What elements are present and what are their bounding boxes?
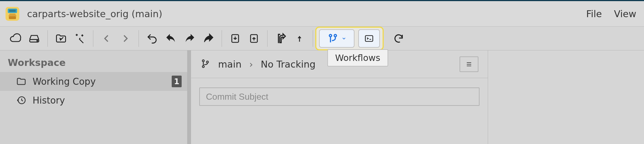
sidebar-item-label: Working Copy <box>33 76 96 87</box>
undo-icon[interactable] <box>143 30 161 47</box>
folder-icon <box>15 76 27 87</box>
open-icon[interactable] <box>52 30 70 47</box>
history-icon <box>15 95 27 106</box>
stash-up-icon[interactable] <box>245 30 263 47</box>
right-panel <box>488 50 644 144</box>
svg-rect-10 <box>365 35 373 41</box>
tooltip: Workflows <box>327 49 388 66</box>
stash-down-icon[interactable] <box>226 30 245 47</box>
sidebar: Workspace Working Copy 1 History <box>0 50 191 144</box>
sparkle-icon[interactable] <box>70 30 89 47</box>
redo-icon[interactable] <box>199 30 218 47</box>
content: Workspace Working Copy 1 History main › … <box>0 50 644 144</box>
svg-point-12 <box>202 60 204 62</box>
commit-subject-input[interactable] <box>199 88 479 106</box>
commit-row <box>191 78 488 115</box>
sidebar-item-history[interactable]: History <box>0 91 187 110</box>
undo-filled-icon[interactable] <box>161 30 180 47</box>
merge-icon[interactable] <box>271 30 290 47</box>
svg-point-5 <box>37 40 38 41</box>
redo-filled-icon[interactable] <box>180 30 199 47</box>
sidebar-item-label: History <box>33 95 65 106</box>
menu-view[interactable]: View <box>614 8 636 19</box>
menu-file[interactable]: File <box>586 8 602 19</box>
chevron-down-icon <box>341 36 346 41</box>
hamburger-button[interactable] <box>460 56 478 72</box>
sidebar-header: Workspace <box>0 50 187 72</box>
back-icon[interactable] <box>97 30 116 47</box>
svg-point-13 <box>202 66 204 68</box>
workflows-button[interactable] <box>319 29 354 48</box>
sidebar-item-working-copy[interactable]: Working Copy 1 <box>0 72 187 91</box>
tracking-label[interactable]: No Tracking <box>261 59 316 70</box>
app-title: carparts-website_orig (main) <box>27 8 162 19</box>
terminal-button[interactable] <box>358 29 380 48</box>
branch-icon <box>200 58 210 70</box>
local-drive-icon[interactable] <box>25 30 44 47</box>
refresh-icon[interactable] <box>389 30 408 47</box>
app-icon <box>6 7 19 21</box>
forward-icon[interactable] <box>116 30 135 47</box>
svg-point-9 <box>334 34 336 37</box>
arrow-up-dotted-icon[interactable] <box>290 30 309 47</box>
badge: 1 <box>172 76 182 87</box>
svg-point-14 <box>206 61 208 63</box>
svg-rect-3 <box>9 16 16 19</box>
branch-name[interactable]: main <box>218 59 242 70</box>
menu-bar: File View <box>586 8 638 19</box>
chevron-right-icon: › <box>249 59 253 70</box>
titlebar: carparts-website_orig (main) File View <box>0 1 644 27</box>
svg-rect-2 <box>9 10 16 12</box>
highlighted-group: Workflows <box>315 27 384 50</box>
svg-point-8 <box>329 34 332 37</box>
toolbar: Workflows <box>0 27 644 50</box>
cloud-icon[interactable] <box>6 30 25 47</box>
